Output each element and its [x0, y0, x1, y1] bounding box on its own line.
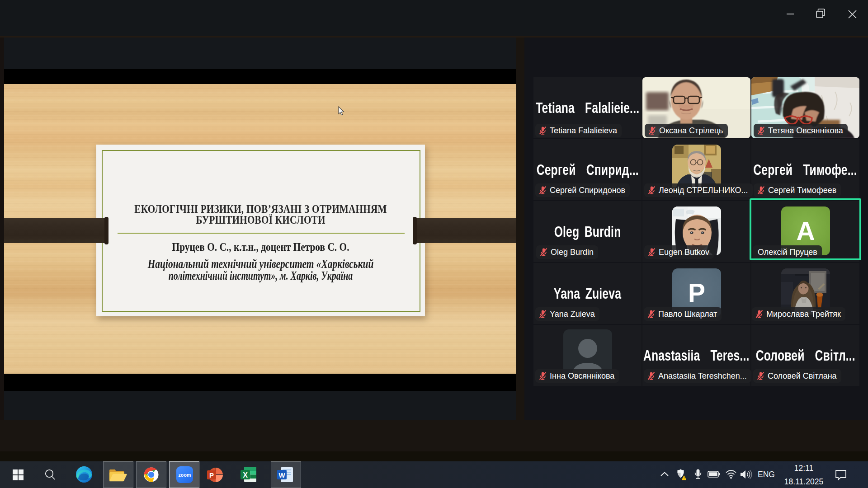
svg-text:X: X	[243, 471, 248, 479]
svg-text:W: W	[278, 471, 285, 479]
svg-text:!: !	[684, 477, 684, 480]
svg-text:P: P	[209, 471, 214, 479]
